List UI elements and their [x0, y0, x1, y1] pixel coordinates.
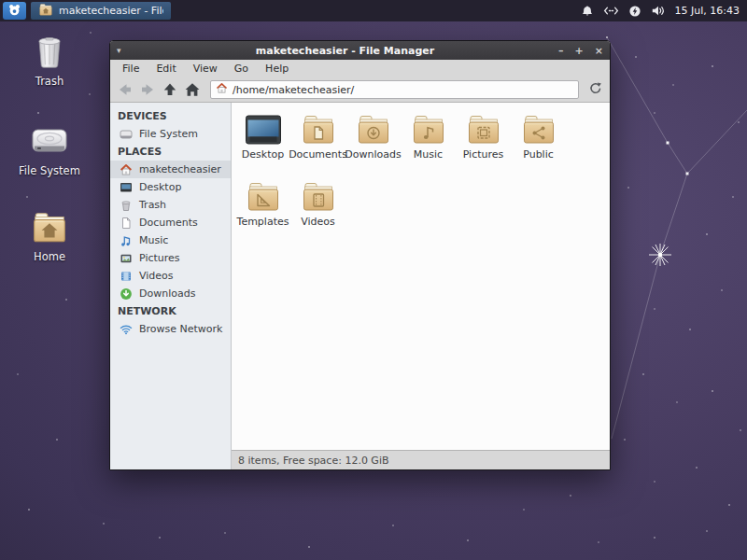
maximize-button[interactable]: +	[575, 46, 584, 56]
file-item-label: Downloads	[345, 148, 401, 161]
sidebar-item-pictures[interactable]: Pictures	[110, 249, 231, 267]
file-item-downloads[interactable]: Downloads	[345, 108, 401, 175]
sidebar-item-music[interactable]: Music	[110, 231, 231, 249]
file-view[interactable]: DesktopDocumentsDownloadsMusicPicturesPu…	[232, 103, 610, 450]
drive-icon	[120, 128, 133, 141]
folder-public-icon	[521, 113, 557, 146]
sidebar-item-maketecheasier[interactable]: maketecheasier	[110, 161, 231, 178]
desktop-icon-label: File System	[11, 164, 88, 177]
file-item-label: Documents	[289, 148, 347, 161]
document-icon	[120, 217, 133, 230]
desktop-background[interactable]: { "panel": { "app_button": { "icon": "xu…	[0, 0, 747, 560]
sidebar-item-desktop[interactable]: Desktop	[110, 178, 231, 196]
location-home-icon	[216, 82, 228, 97]
file-item-label: Desktop	[242, 148, 284, 161]
reload-icon	[587, 80, 603, 99]
system-tray	[581, 5, 666, 18]
home-icon	[120, 163, 133, 176]
file-item-label: Videos	[301, 216, 335, 228]
panel-clock[interactable]: 15 Jul, 16:43	[675, 5, 740, 17]
desktop-icon-label: Trash	[11, 75, 88, 88]
window-titlebar[interactable]: ▾ maketecheasier - File Manager – + ×	[110, 41, 610, 60]
sidebar-item-label: Documents	[139, 217, 198, 229]
taskbar-window-label: maketecheasier - File Mana...	[59, 5, 163, 17]
desktop-icon	[120, 181, 133, 194]
statusbar-text: 8 items, Free space: 12.0 GiB	[238, 455, 389, 467]
videos-icon	[120, 270, 133, 283]
sidebar-item-label: Music	[139, 234, 168, 246]
browse-network-icon	[120, 323, 133, 336]
file-item-desktop[interactable]: Desktop	[235, 108, 290, 175]
sidebar-item-label: Videos	[139, 270, 174, 282]
downloads-icon	[120, 287, 133, 301]
back-button[interactable]	[114, 80, 135, 100]
file-item-documents[interactable]: Documents	[290, 108, 345, 175]
sidebar-item-label: Browse Network	[139, 323, 222, 335]
sidebar-item-label: Desktop	[139, 181, 181, 193]
sidebar-item-file-system[interactable]: File System	[110, 125, 231, 143]
file-item-music[interactable]: Music	[401, 108, 456, 175]
sidebar-item-label: maketecheasier	[139, 163, 221, 175]
sidebar-header-network: NETWORK	[110, 302, 231, 320]
menu-view[interactable]: View	[185, 61, 226, 77]
desktop-icon-label: Home	[11, 250, 88, 263]
sidebar-item-trash[interactable]: Trash	[110, 196, 231, 214]
trash-icon	[11, 32, 88, 73]
desktop-icon-trash[interactable]: Trash	[11, 32, 88, 88]
sidebar-item-label: Trash	[139, 199, 166, 211]
location-bar[interactable]: /home/maketecheasier/	[210, 80, 579, 99]
menu-edit[interactable]: Edit	[148, 61, 184, 77]
sidebar-header-places: PLACES	[110, 143, 231, 161]
desktop-icon-file-system[interactable]: File System	[11, 121, 88, 177]
file-item-label: Public	[523, 148, 554, 161]
window-title: maketecheasier - File Manager	[132, 45, 558, 57]
pictures-icon	[120, 252, 133, 265]
desktop-icon	[245, 113, 282, 146]
trash-icon	[120, 199, 133, 212]
menubar: FileEditViewGoHelp	[110, 60, 610, 77]
menu-go[interactable]: Go	[226, 61, 257, 77]
menu-help[interactable]: Help	[257, 61, 297, 77]
statusbar: 8 items, Free space: 12.0 GiB	[232, 450, 610, 469]
folder-downloads-icon	[356, 113, 391, 146]
minimize-button[interactable]: –	[558, 46, 564, 56]
menu-file[interactable]: File	[114, 61, 148, 77]
home-button[interactable]	[181, 80, 203, 100]
sidebar-item-label: Downloads	[139, 287, 195, 300]
applications-menu-button[interactable]	[3, 2, 26, 20]
sidebar-header-devices: DEVICES	[110, 107, 231, 125]
notifications-bell-icon[interactable]	[581, 5, 594, 18]
desktop-icon-home[interactable]: Home	[11, 207, 88, 263]
top-panel: maketecheasier - File Mana... 15 Jul, 16…	[0, 0, 747, 21]
network-icon[interactable]	[603, 5, 619, 17]
toolbar: /home/maketecheasier/	[110, 77, 610, 103]
reload-button[interactable]	[584, 80, 606, 100]
sidebar-item-downloads[interactable]: Downloads	[110, 285, 231, 302]
sidebar-item-documents[interactable]: Documents	[110, 214, 231, 231]
file-item-templates[interactable]: Templates	[235, 175, 290, 243]
forward-button[interactable]	[136, 80, 158, 100]
xubuntu-logo-icon	[7, 3, 21, 20]
file-item-label: Pictures	[463, 148, 504, 161]
file-manager-window: ▾ maketecheasier - File Manager – + × Fi…	[109, 40, 611, 470]
file-item-public[interactable]: Public	[511, 108, 566, 175]
file-item-label: Templates	[237, 216, 289, 228]
sidebar-item-browse-network[interactable]: Browse Network	[110, 320, 231, 338]
volume-icon[interactable]	[651, 5, 666, 17]
folder-videos-icon	[301, 180, 336, 213]
sidebar-item-label: File System	[139, 128, 198, 140]
file-item-videos[interactable]: Videos	[290, 175, 345, 243]
music-icon	[120, 234, 133, 247]
power-manager-icon[interactable]	[628, 5, 641, 18]
file-item-label: Music	[414, 148, 443, 161]
window-menu-icon[interactable]: ▾	[117, 46, 132, 55]
sidebar-item-videos[interactable]: Videos	[110, 267, 231, 285]
file-item-pictures[interactable]: Pictures	[456, 108, 511, 175]
up-button[interactable]	[159, 80, 180, 100]
taskbar-window-button[interactable]: maketecheasier - File Mana...	[31, 2, 171, 20]
home-folder-icon	[11, 207, 88, 248]
folder-pictures-icon	[466, 113, 501, 146]
drive-icon	[11, 121, 88, 162]
close-button[interactable]: ×	[595, 46, 603, 56]
location-path: /home/maketecheasier/	[233, 84, 354, 96]
